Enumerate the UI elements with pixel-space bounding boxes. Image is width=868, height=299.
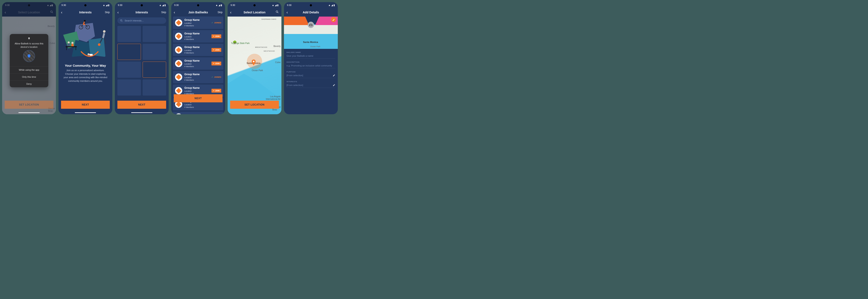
svg-line-15 [122, 21, 122, 22]
purpose-field[interactable]: [From selection] [286, 73, 335, 78]
home-indicator[interactable] [75, 112, 96, 113]
cta-label: SET LOCATION [19, 103, 39, 106]
page-title: Select Location [227, 10, 281, 14]
status-bar: 9:30 ▲ ◢ ▮ [171, 2, 225, 8]
group-meta: Group Name Location # Members [184, 18, 199, 27]
svg-rect-13 [90, 54, 93, 56]
svg-point-16 [276, 11, 278, 12]
details-form: BAILIWIK NAME Give your Bailiwik a name … [286, 49, 335, 88]
group-row[interactable]: Group Name Location # Members ✓JOINED [173, 71, 223, 83]
interest-tile-selected[interactable] [143, 61, 166, 78]
join-button[interactable]: +JOIN [212, 34, 221, 38]
interest-tile[interactable] [117, 79, 141, 96]
join-button[interactable]: +JOIN [212, 61, 221, 65]
home-indicator[interactable] [131, 112, 152, 113]
screen-interests-grid: 9:30 ▲ ◢ ▮ ‹ Interests Skip Search inter… [115, 2, 169, 114]
group-members: # Members [184, 52, 199, 54]
join-button[interactable]: +JOIN [212, 89, 221, 92]
status-icons: ▲ ◢ ▮ [272, 4, 278, 7]
group-avatar [175, 60, 182, 67]
group-members: # Members [184, 24, 199, 27]
location-preview-icon [23, 50, 35, 62]
page-title: Join Bailiwiks [171, 10, 225, 14]
cta-label: NEXT [82, 103, 89, 106]
status-bar: 9:30 ▲ ◢ ▮ [115, 2, 169, 8]
interest-tile[interactable] [143, 26, 166, 42]
back-icon[interactable]: ‹ [230, 10, 231, 15]
interest-tile[interactable] [143, 44, 166, 60]
camera-notch [310, 4, 312, 6]
group-avatar [175, 87, 182, 94]
group-row[interactable]: Group Name Location # Members +JOIN [173, 57, 223, 70]
heart-icon [176, 88, 181, 93]
back-icon[interactable]: ‹ [5, 10, 6, 15]
group-row[interactable]: Group Name Location # Members +JOIN [173, 44, 223, 56]
name-field[interactable]: Give your Bailiwik a name [286, 53, 335, 59]
status-bar: 9:30 ▲ ◢ ▮ [227, 2, 281, 8]
back-icon[interactable]: ‹ [117, 10, 119, 15]
interest-tile[interactable] [143, 79, 166, 96]
skip-button[interactable]: Skip [218, 11, 222, 14]
back-icon[interactable]: ‹ [174, 10, 175, 15]
description-field[interactable]: e.g. Promoting an inclusive artist commu… [286, 63, 335, 69]
map-label: Ocean Park [252, 69, 263, 72]
cta-label: NEXT [194, 97, 202, 100]
group-avatar [175, 33, 182, 40]
field-label-description: DESCRIPTION [286, 61, 335, 63]
join-button[interactable]: +JOIN [212, 48, 221, 52]
option-deny[interactable]: Deny [10, 80, 48, 87]
app-bar: ‹ Add Details [284, 8, 338, 17]
search-input[interactable]: Search interests… [117, 18, 166, 24]
set-location-button[interactable]: SET LOCATION [230, 101, 279, 109]
body-text: Join us on a personalized adventure. Cho… [63, 69, 108, 83]
plus-icon: + [213, 90, 214, 92]
interest-tile[interactable] [117, 26, 141, 42]
map[interactable]: SHERMAN OAKS Topanga State Park BRENTWOO… [227, 17, 281, 114]
clock: 9:30 [118, 4, 122, 6]
group-location: Location [184, 35, 199, 38]
group-location: Location [184, 90, 199, 92]
hammock-icon [80, 51, 99, 59]
group-location: Location [184, 22, 199, 25]
next-button[interactable]: NEXT [174, 94, 222, 102]
home-indicator[interactable] [19, 112, 40, 113]
group-row[interactable]: Group Name Location # Members ✓JOINED [173, 17, 223, 29]
group-avatar [175, 46, 182, 54]
group-row[interactable]: Group Name Location # Members +JOIN [173, 30, 223, 43]
search-icon[interactable] [276, 10, 279, 15]
option-only-this-time[interactable]: Only this time [10, 73, 48, 80]
search-icon[interactable] [50, 10, 53, 15]
svg-line-1 [52, 12, 53, 13]
camera-button[interactable] [308, 22, 314, 28]
group-location: Location [184, 49, 199, 52]
camera-notch [197, 4, 199, 6]
skip-button[interactable]: Skip [105, 11, 110, 14]
back-icon[interactable]: ‹ [61, 10, 62, 15]
group-name: Group Name [184, 32, 199, 35]
group-meta: Group Name Location [184, 114, 199, 114]
map-label: Beac [272, 109, 277, 111]
group-row[interactable]: Group Name Location +JOIN [173, 112, 223, 114]
back-icon[interactable]: ‹ [286, 10, 288, 15]
next-button[interactable]: NEXT [61, 101, 110, 109]
soccer-player-icon [98, 29, 110, 46]
location-pin-icon[interactable] [251, 59, 256, 64]
svg-line-17 [278, 12, 278, 13]
next-button[interactable]: NEXT [117, 101, 166, 109]
interests-field[interactable]: [From selection] [286, 83, 335, 88]
interest-tile-selected[interactable] [117, 44, 141, 60]
svg-point-18 [253, 61, 254, 62]
skip-button[interactable]: Skip [161, 11, 166, 14]
group-members: # Members [184, 65, 199, 68]
heart-icon [176, 33, 181, 39]
page-title: Interests [115, 10, 169, 14]
interest-tile[interactable] [117, 61, 141, 78]
screen-interests-intro: 9:30 ▲ ◢ ▮ ‹ Interests Skip Your Communi… [59, 2, 112, 114]
edit-map-button[interactable] [331, 17, 336, 22]
clock: 9:30 [287, 4, 291, 6]
group-name: Group Name [184, 86, 199, 90]
option-while-using[interactable]: While using the app [10, 66, 48, 73]
plus-icon: + [213, 62, 214, 64]
dialog-text-1: Allow Bailiwik to access this [14, 42, 43, 45]
group-name: Group Name [184, 73, 199, 76]
